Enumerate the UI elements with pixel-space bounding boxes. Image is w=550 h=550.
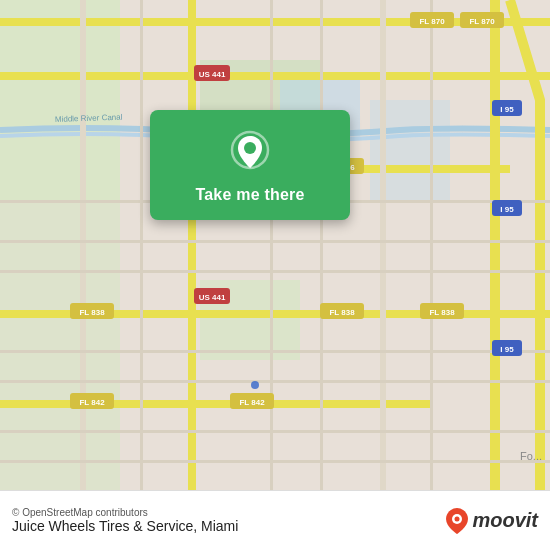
svg-rect-18 xyxy=(0,270,550,273)
svg-rect-23 xyxy=(140,0,143,490)
attribution-text: © OpenStreetMap contributors xyxy=(12,507,238,518)
moovit-logo: moovit xyxy=(446,508,538,534)
moovit-brand-text: moovit xyxy=(472,509,538,532)
svg-text:Fo...: Fo... xyxy=(520,450,542,462)
svg-rect-11 xyxy=(0,400,430,408)
svg-rect-17 xyxy=(0,240,550,243)
svg-rect-15 xyxy=(380,0,386,490)
svg-rect-19 xyxy=(0,350,550,353)
map-svg: FL 870 FL 870 US 441 US 441 FL 816 I 95 … xyxy=(0,0,550,490)
moovit-pin-icon xyxy=(446,508,468,534)
svg-text:FL 870: FL 870 xyxy=(419,17,445,26)
svg-point-59 xyxy=(455,516,460,521)
map-view[interactable]: FL 870 FL 870 US 441 US 441 FL 816 I 95 … xyxy=(0,0,550,490)
take-me-there-button[interactable]: Take me there xyxy=(195,186,304,204)
svg-point-54 xyxy=(251,381,259,389)
svg-text:FL 842: FL 842 xyxy=(239,398,265,407)
business-name: Juice Wheels Tires & Service, Miami xyxy=(12,518,238,534)
svg-rect-2 xyxy=(0,200,120,490)
svg-rect-14 xyxy=(80,0,86,490)
svg-text:FL 838: FL 838 xyxy=(329,308,355,317)
svg-rect-25 xyxy=(320,0,323,490)
svg-text:US 441: US 441 xyxy=(199,293,226,302)
svg-rect-21 xyxy=(0,430,550,433)
svg-text:I 95: I 95 xyxy=(500,105,514,114)
svg-rect-1 xyxy=(0,0,120,200)
svg-text:FL 870: FL 870 xyxy=(469,17,495,26)
bottom-bar: © OpenStreetMap contributors Juice Wheel… xyxy=(0,490,550,550)
bottom-left-info: © OpenStreetMap contributors Juice Wheel… xyxy=(12,507,238,534)
svg-point-57 xyxy=(244,142,256,154)
svg-text:FL 838: FL 838 xyxy=(429,308,455,317)
svg-text:FL 842: FL 842 xyxy=(79,398,105,407)
svg-rect-20 xyxy=(0,380,550,383)
svg-text:FL 838: FL 838 xyxy=(79,308,105,317)
svg-text:I 95: I 95 xyxy=(500,345,514,354)
svg-rect-22 xyxy=(0,460,550,463)
svg-rect-26 xyxy=(430,0,433,490)
location-pin-icon xyxy=(226,128,274,176)
navigation-card[interactable]: Take me there xyxy=(150,110,350,220)
svg-text:I 95: I 95 xyxy=(500,205,514,214)
svg-text:US 441: US 441 xyxy=(199,70,226,79)
svg-rect-24 xyxy=(270,0,273,490)
svg-rect-13 xyxy=(490,0,500,490)
